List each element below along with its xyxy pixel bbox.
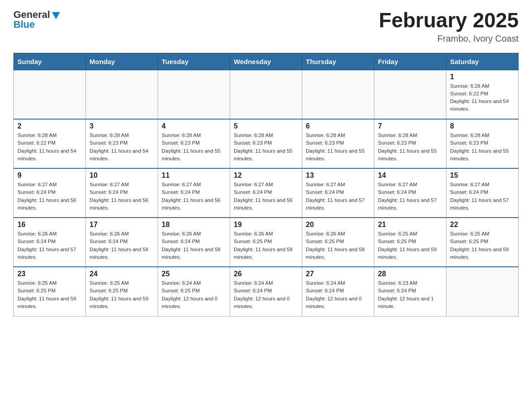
day-info: Sunrise: 6:27 AMSunset: 6:24 PMDaylight:… [17,181,82,212]
day-info: Sunrise: 6:26 AMSunset: 6:25 PMDaylight:… [234,230,298,261]
day-info: Sunrise: 6:28 AMSunset: 6:23 PMDaylight:… [450,132,515,163]
calendar-day-cell: 7Sunrise: 6:28 AMSunset: 6:23 PMDaylight… [374,119,446,168]
calendar-day-cell: 14Sunrise: 6:27 AMSunset: 6:24 PMDayligh… [374,168,446,218]
day-number: 28 [378,270,442,278]
calendar-day-cell: 9Sunrise: 6:27 AMSunset: 6:24 PMDaylight… [14,168,86,218]
day-number: 5 [234,122,298,130]
calendar-week-row: 16Sunrise: 6:26 AMSunset: 6:24 PMDayligh… [14,218,519,267]
day-number: 4 [162,122,226,130]
day-info: Sunrise: 6:28 AMSunset: 6:22 PMDaylight:… [450,82,515,113]
calendar-day-cell: 15Sunrise: 6:27 AMSunset: 6:24 PMDayligh… [446,168,519,218]
day-number: 18 [162,221,226,229]
day-number: 20 [306,221,370,229]
day-info: Sunrise: 6:23 AMSunset: 6:24 PMDaylight:… [378,279,442,310]
day-number: 14 [378,171,442,180]
calendar-day-cell: 12Sunrise: 6:27 AMSunset: 6:24 PMDayligh… [230,168,302,218]
day-info: Sunrise: 6:27 AMSunset: 6:24 PMDaylight:… [306,181,370,212]
calendar-day-cell: 22Sunrise: 6:25 AMSunset: 6:25 PMDayligh… [446,218,519,267]
calendar-day-cell: 23Sunrise: 6:25 AMSunset: 6:25 PMDayligh… [14,267,86,316]
day-info: Sunrise: 6:28 AMSunset: 6:23 PMDaylight:… [162,132,226,163]
day-number: 16 [17,221,82,229]
day-number: 25 [162,270,226,278]
calendar-day-cell [158,70,230,119]
calendar-day-cell: 17Sunrise: 6:26 AMSunset: 6:24 PMDayligh… [86,218,158,267]
day-number: 27 [306,270,370,278]
calendar-day-cell [230,70,302,119]
calendar-day-cell: 16Sunrise: 6:26 AMSunset: 6:24 PMDayligh… [14,218,86,267]
day-number: 15 [450,171,515,180]
day-info: Sunrise: 6:25 AMSunset: 6:25 PMDaylight:… [378,230,442,261]
day-info: Sunrise: 6:27 AMSunset: 6:24 PMDaylight:… [234,181,298,212]
day-number: 1 [450,73,515,81]
title-block: February 2025 Frambo, Ivory Coast [379,9,519,44]
day-info: Sunrise: 6:28 AMSunset: 6:23 PMDaylight:… [234,132,298,163]
calendar-day-cell: 13Sunrise: 6:27 AMSunset: 6:24 PMDayligh… [302,168,374,218]
calendar-day-cell: 25Sunrise: 6:24 AMSunset: 6:25 PMDayligh… [158,267,230,316]
day-info: Sunrise: 6:28 AMSunset: 6:23 PMDaylight:… [306,132,370,163]
day-info: Sunrise: 6:25 AMSunset: 6:25 PMDaylight:… [90,279,154,310]
calendar-day-cell: 19Sunrise: 6:26 AMSunset: 6:25 PMDayligh… [230,218,302,267]
day-number: 9 [17,171,82,180]
day-number: 2 [17,122,82,130]
logo: General Blue [13,9,61,30]
day-number: 23 [17,270,82,278]
calendar-day-cell: 28Sunrise: 6:23 AMSunset: 6:24 PMDayligh… [374,267,446,316]
day-info: Sunrise: 6:26 AMSunset: 6:25 PMDaylight:… [306,230,370,261]
day-number: 11 [162,171,226,180]
calendar-header-monday: Monday [86,53,158,70]
calendar-header-friday: Friday [374,53,446,70]
day-info: Sunrise: 6:25 AMSunset: 6:25 PMDaylight:… [450,230,515,261]
day-number: 21 [378,221,442,229]
day-info: Sunrise: 6:27 AMSunset: 6:24 PMDaylight:… [90,181,154,212]
calendar-day-cell: 11Sunrise: 6:27 AMSunset: 6:24 PMDayligh… [158,168,230,218]
day-info: Sunrise: 6:24 AMSunset: 6:25 PMDaylight:… [162,279,226,310]
calendar-week-row: 1Sunrise: 6:28 AMSunset: 6:22 PMDaylight… [14,70,519,119]
logo-arrow-icon [51,10,61,20]
day-info: Sunrise: 6:27 AMSunset: 6:24 PMDaylight:… [162,181,226,212]
calendar-day-cell [86,70,158,119]
day-number: 26 [234,270,298,278]
calendar-header-row: SundayMondayTuesdayWednesdayThursdayFrid… [14,53,519,70]
calendar-day-cell: 3Sunrise: 6:28 AMSunset: 6:23 PMDaylight… [86,119,158,168]
day-number: 22 [450,221,515,229]
calendar-header-wednesday: Wednesday [230,53,302,70]
day-number: 13 [306,171,370,180]
day-number: 12 [234,171,298,180]
calendar-day-cell: 2Sunrise: 6:28 AMSunset: 6:22 PMDaylight… [14,119,86,168]
day-info: Sunrise: 6:25 AMSunset: 6:25 PMDaylight:… [17,279,82,310]
calendar-week-row: 2Sunrise: 6:28 AMSunset: 6:22 PMDaylight… [14,119,519,168]
day-number: 17 [90,221,154,229]
day-number: 8 [450,122,515,130]
day-number: 24 [90,270,154,278]
day-number: 19 [234,221,298,229]
calendar-day-cell [374,70,446,119]
logo-blue: Blue [13,19,35,30]
calendar-week-row: 9Sunrise: 6:27 AMSunset: 6:24 PMDaylight… [14,168,519,218]
calendar-day-cell: 1Sunrise: 6:28 AMSunset: 6:22 PMDaylight… [446,70,519,119]
calendar-week-row: 23Sunrise: 6:25 AMSunset: 6:25 PMDayligh… [14,267,519,316]
calendar-day-cell: 26Sunrise: 6:24 AMSunset: 6:24 PMDayligh… [230,267,302,316]
calendar-day-cell [302,70,374,119]
svg-marker-0 [52,12,60,19]
location-title: Frambo, Ivory Coast [379,34,519,44]
day-info: Sunrise: 6:26 AMSunset: 6:24 PMDaylight:… [162,230,226,261]
day-number: 3 [90,122,154,130]
calendar-day-cell: 20Sunrise: 6:26 AMSunset: 6:25 PMDayligh… [302,218,374,267]
calendar-day-cell: 18Sunrise: 6:26 AMSunset: 6:24 PMDayligh… [158,218,230,267]
calendar-header-thursday: Thursday [302,53,374,70]
calendar-header-sunday: Sunday [14,53,86,70]
calendar-day-cell: 27Sunrise: 6:24 AMSunset: 6:24 PMDayligh… [302,267,374,316]
calendar-day-cell: 4Sunrise: 6:28 AMSunset: 6:23 PMDaylight… [158,119,230,168]
day-number: 7 [378,122,442,130]
calendar-day-cell [446,267,519,316]
page-header: General Blue February 2025 Frambo, Ivory… [13,9,519,44]
day-info: Sunrise: 6:28 AMSunset: 6:22 PMDaylight:… [17,132,82,163]
calendar-day-cell: 6Sunrise: 6:28 AMSunset: 6:23 PMDaylight… [302,119,374,168]
day-info: Sunrise: 6:26 AMSunset: 6:24 PMDaylight:… [17,230,82,261]
day-number: 10 [90,171,154,180]
calendar-header-saturday: Saturday [446,53,519,70]
calendar-day-cell: 10Sunrise: 6:27 AMSunset: 6:24 PMDayligh… [86,168,158,218]
month-title: February 2025 [379,9,519,32]
calendar-day-cell: 8Sunrise: 6:28 AMSunset: 6:23 PMDaylight… [446,119,519,168]
calendar-header-tuesday: Tuesday [158,53,230,70]
